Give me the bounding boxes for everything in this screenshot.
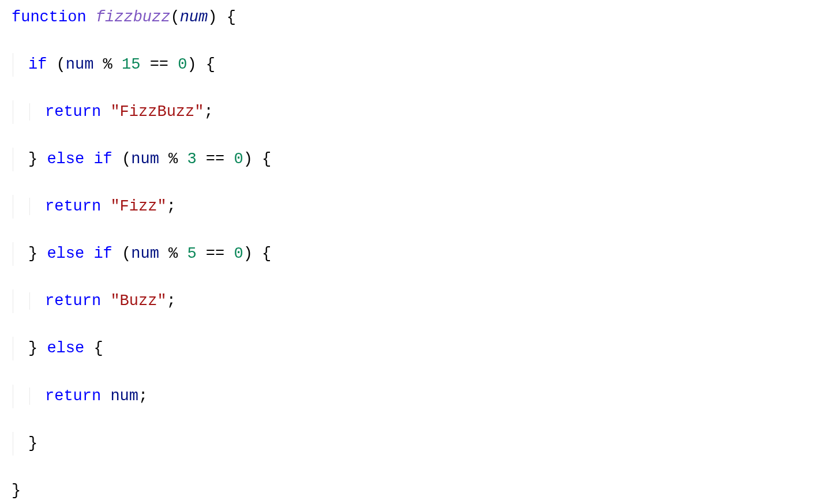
semicolon: ; — [138, 388, 148, 405]
operator: == — [197, 245, 234, 262]
semicolon: ; — [204, 103, 213, 121]
keyword-else: else — [47, 151, 84, 168]
keyword-return: return — [45, 198, 101, 215]
code-line[interactable]: } — [13, 432, 806, 456]
space — [101, 388, 110, 405]
paren-open: ( — [170, 9, 179, 26]
paren-open: ( — [112, 245, 131, 262]
space — [101, 198, 110, 215]
paren-brace: ) { — [243, 151, 272, 168]
space — [101, 292, 110, 310]
function-name: fizzbuzz — [96, 9, 171, 26]
number: 0 — [178, 56, 187, 73]
number: 3 — [187, 151, 196, 168]
brace-open: { — [217, 9, 235, 26]
code-line[interactable]: return num; — [13, 385, 806, 408]
variable: num — [131, 245, 159, 262]
code-line[interactable]: function fizzbuzz(num) { — [12, 6, 806, 29]
code-line[interactable]: return "Fizz"; — [13, 195, 806, 219]
number: 0 — [234, 151, 243, 168]
paren-open: ( — [112, 151, 131, 168]
keyword-if: if — [28, 56, 47, 73]
brace-close: } — [12, 482, 21, 499]
operator: % — [159, 245, 187, 262]
space — [84, 245, 93, 262]
keyword-if: if — [93, 151, 112, 168]
brace-close: } — [28, 340, 37, 357]
param: num — [180, 9, 208, 26]
paren-open: ( — [47, 56, 65, 73]
code-editor[interactable]: function fizzbuzz(num) { if (num % 15 ==… — [0, 0, 818, 504]
code-line[interactable]: return "Buzz"; — [13, 289, 806, 313]
paren-close: ) — [208, 9, 217, 26]
brace-close: } — [28, 435, 37, 452]
keyword-return: return — [45, 292, 101, 310]
brace-close: } — [28, 151, 37, 168]
string-literal: "Buzz" — [110, 292, 166, 310]
string-literal: "Fizz" — [110, 198, 166, 215]
number: 15 — [122, 56, 140, 73]
keyword-if: if — [93, 245, 112, 262]
code-line[interactable]: } — [12, 479, 806, 503]
variable: num — [110, 388, 138, 405]
code-line[interactable]: } else if (num % 5 == 0) { — [13, 242, 806, 266]
space — [37, 151, 47, 168]
space — [37, 245, 47, 262]
operator: % — [93, 56, 122, 73]
keyword-return: return — [45, 388, 101, 405]
paren-brace: ) { — [187, 56, 215, 73]
space — [101, 103, 110, 121]
code-line[interactable]: } else { — [13, 337, 806, 360]
number: 0 — [234, 245, 243, 262]
semicolon: ; — [167, 198, 176, 215]
semicolon: ; — [167, 292, 176, 310]
keyword-function: function — [12, 9, 87, 26]
code-line[interactable]: if (num % 15 == 0) { — [13, 53, 806, 77]
keyword-return: return — [45, 103, 101, 121]
operator: % — [159, 151, 187, 168]
paren-brace: ) { — [243, 245, 272, 262]
code-line[interactable]: return "FizzBuzz"; — [13, 100, 806, 124]
number: 5 — [187, 245, 196, 262]
operator: == — [140, 56, 178, 73]
space — [84, 151, 93, 168]
space — [37, 340, 47, 357]
string-literal: "FizzBuzz" — [110, 103, 204, 121]
variable: num — [66, 56, 94, 73]
operator: == — [197, 151, 234, 168]
brace-close: } — [28, 245, 37, 262]
variable: num — [131, 151, 159, 168]
code-line[interactable]: } else if (num % 3 == 0) { — [13, 148, 806, 171]
keyword-else: else — [47, 340, 84, 357]
brace-open: { — [84, 340, 103, 357]
keyword-else: else — [47, 245, 84, 262]
